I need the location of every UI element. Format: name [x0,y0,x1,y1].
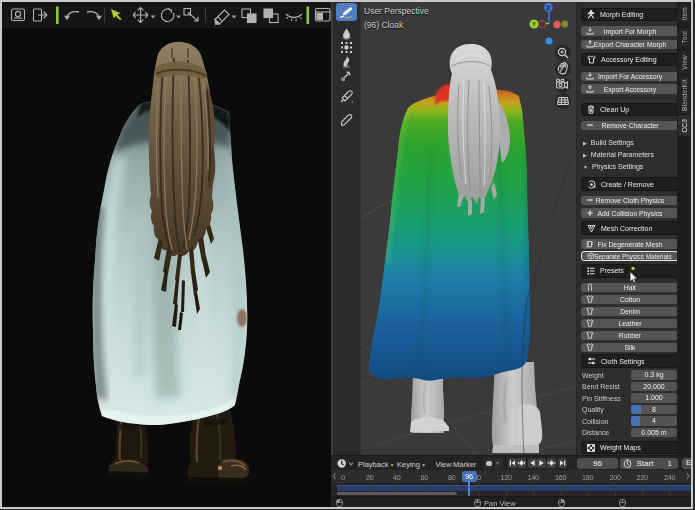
svg-text:Y: Y [532,21,536,27]
